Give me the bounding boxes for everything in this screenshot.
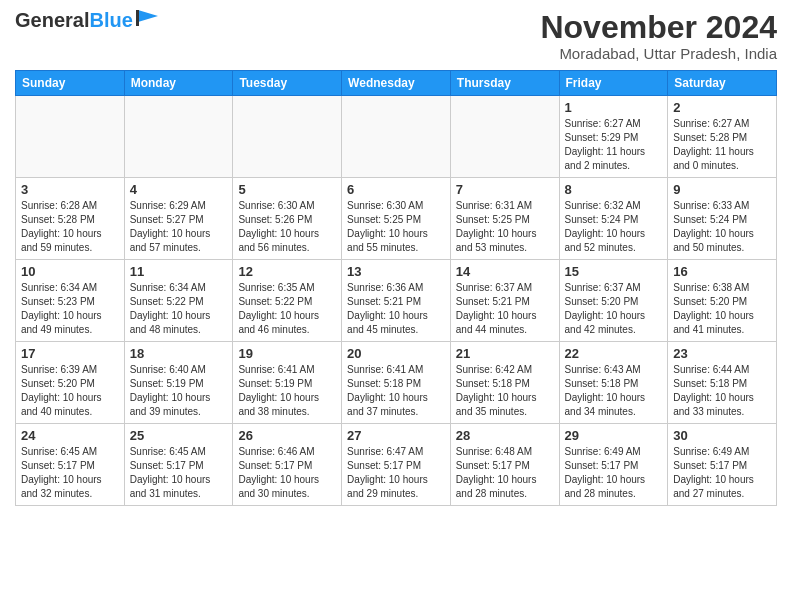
day-info: Sunrise: 6:42 AM Sunset: 5:18 PM Dayligh… <box>456 363 554 419</box>
table-row: 26Sunrise: 6:46 AM Sunset: 5:17 PM Dayli… <box>233 424 342 506</box>
col-sunday: Sunday <box>16 71 125 96</box>
day-info: Sunrise: 6:31 AM Sunset: 5:25 PM Dayligh… <box>456 199 554 255</box>
day-info: Sunrise: 6:39 AM Sunset: 5:20 PM Dayligh… <box>21 363 119 419</box>
table-row: 3Sunrise: 6:28 AM Sunset: 5:28 PM Daylig… <box>16 178 125 260</box>
day-number: 19 <box>238 346 336 361</box>
day-number: 22 <box>565 346 663 361</box>
day-number: 27 <box>347 428 445 443</box>
day-number: 17 <box>21 346 119 361</box>
table-row <box>342 96 451 178</box>
calendar-week-row: 3Sunrise: 6:28 AM Sunset: 5:28 PM Daylig… <box>16 178 777 260</box>
day-number: 26 <box>238 428 336 443</box>
day-info: Sunrise: 6:49 AM Sunset: 5:17 PM Dayligh… <box>565 445 663 501</box>
day-info: Sunrise: 6:27 AM Sunset: 5:28 PM Dayligh… <box>673 117 771 173</box>
day-number: 21 <box>456 346 554 361</box>
col-saturday: Saturday <box>668 71 777 96</box>
table-row: 25Sunrise: 6:45 AM Sunset: 5:17 PM Dayli… <box>124 424 233 506</box>
day-number: 3 <box>21 182 119 197</box>
calendar-week-row: 10Sunrise: 6:34 AM Sunset: 5:23 PM Dayli… <box>16 260 777 342</box>
day-info: Sunrise: 6:30 AM Sunset: 5:25 PM Dayligh… <box>347 199 445 255</box>
table-row: 5Sunrise: 6:30 AM Sunset: 5:26 PM Daylig… <box>233 178 342 260</box>
table-row: 28Sunrise: 6:48 AM Sunset: 5:17 PM Dayli… <box>450 424 559 506</box>
table-row: 10Sunrise: 6:34 AM Sunset: 5:23 PM Dayli… <box>16 260 125 342</box>
calendar-table: Sunday Monday Tuesday Wednesday Thursday… <box>15 70 777 506</box>
table-row: 6Sunrise: 6:30 AM Sunset: 5:25 PM Daylig… <box>342 178 451 260</box>
table-row: 9Sunrise: 6:33 AM Sunset: 5:24 PM Daylig… <box>668 178 777 260</box>
day-number: 24 <box>21 428 119 443</box>
day-info: Sunrise: 6:37 AM Sunset: 5:20 PM Dayligh… <box>565 281 663 337</box>
table-row: 18Sunrise: 6:40 AM Sunset: 5:19 PM Dayli… <box>124 342 233 424</box>
day-number: 15 <box>565 264 663 279</box>
day-info: Sunrise: 6:45 AM Sunset: 5:17 PM Dayligh… <box>21 445 119 501</box>
table-row: 16Sunrise: 6:38 AM Sunset: 5:20 PM Dayli… <box>668 260 777 342</box>
svg-rect-1 <box>136 10 139 26</box>
day-info: Sunrise: 6:37 AM Sunset: 5:21 PM Dayligh… <box>456 281 554 337</box>
table-row: 22Sunrise: 6:43 AM Sunset: 5:18 PM Dayli… <box>559 342 668 424</box>
table-row: 27Sunrise: 6:47 AM Sunset: 5:17 PM Dayli… <box>342 424 451 506</box>
table-row: 20Sunrise: 6:41 AM Sunset: 5:18 PM Dayli… <box>342 342 451 424</box>
day-number: 11 <box>130 264 228 279</box>
day-info: Sunrise: 6:46 AM Sunset: 5:17 PM Dayligh… <box>238 445 336 501</box>
day-info: Sunrise: 6:30 AM Sunset: 5:26 PM Dayligh… <box>238 199 336 255</box>
day-info: Sunrise: 6:28 AM Sunset: 5:28 PM Dayligh… <box>21 199 119 255</box>
day-info: Sunrise: 6:41 AM Sunset: 5:18 PM Dayligh… <box>347 363 445 419</box>
day-number: 18 <box>130 346 228 361</box>
day-info: Sunrise: 6:48 AM Sunset: 5:17 PM Dayligh… <box>456 445 554 501</box>
day-number: 13 <box>347 264 445 279</box>
day-number: 5 <box>238 182 336 197</box>
month-title: November 2024 <box>540 10 777 45</box>
day-number: 28 <box>456 428 554 443</box>
col-monday: Monday <box>124 71 233 96</box>
table-row: 8Sunrise: 6:32 AM Sunset: 5:24 PM Daylig… <box>559 178 668 260</box>
table-row <box>16 96 125 178</box>
table-row: 11Sunrise: 6:34 AM Sunset: 5:22 PM Dayli… <box>124 260 233 342</box>
day-number: 25 <box>130 428 228 443</box>
day-number: 14 <box>456 264 554 279</box>
page-header: GeneralBlue November 2024 Moradabad, Utt… <box>15 10 777 62</box>
day-number: 1 <box>565 100 663 115</box>
day-number: 12 <box>238 264 336 279</box>
table-row: 23Sunrise: 6:44 AM Sunset: 5:18 PM Dayli… <box>668 342 777 424</box>
table-row <box>233 96 342 178</box>
table-row: 13Sunrise: 6:36 AM Sunset: 5:21 PM Dayli… <box>342 260 451 342</box>
day-number: 7 <box>456 182 554 197</box>
day-info: Sunrise: 6:49 AM Sunset: 5:17 PM Dayligh… <box>673 445 771 501</box>
logo-text: GeneralBlue <box>15 10 133 30</box>
day-number: 6 <box>347 182 445 197</box>
page-container: GeneralBlue November 2024 Moradabad, Utt… <box>0 0 792 516</box>
day-info: Sunrise: 6:32 AM Sunset: 5:24 PM Dayligh… <box>565 199 663 255</box>
logo: GeneralBlue <box>15 10 158 30</box>
day-number: 29 <box>565 428 663 443</box>
table-row: 4Sunrise: 6:29 AM Sunset: 5:27 PM Daylig… <box>124 178 233 260</box>
day-info: Sunrise: 6:36 AM Sunset: 5:21 PM Dayligh… <box>347 281 445 337</box>
calendar-header-row: Sunday Monday Tuesday Wednesday Thursday… <box>16 71 777 96</box>
svg-marker-0 <box>138 10 158 22</box>
col-tuesday: Tuesday <box>233 71 342 96</box>
table-row <box>450 96 559 178</box>
day-info: Sunrise: 6:34 AM Sunset: 5:23 PM Dayligh… <box>21 281 119 337</box>
table-row: 19Sunrise: 6:41 AM Sunset: 5:19 PM Dayli… <box>233 342 342 424</box>
calendar-week-row: 24Sunrise: 6:45 AM Sunset: 5:17 PM Dayli… <box>16 424 777 506</box>
location-text: Moradabad, Uttar Pradesh, India <box>540 45 777 62</box>
calendar-week-row: 17Sunrise: 6:39 AM Sunset: 5:20 PM Dayli… <box>16 342 777 424</box>
day-info: Sunrise: 6:35 AM Sunset: 5:22 PM Dayligh… <box>238 281 336 337</box>
table-row: 29Sunrise: 6:49 AM Sunset: 5:17 PM Dayli… <box>559 424 668 506</box>
col-wednesday: Wednesday <box>342 71 451 96</box>
day-info: Sunrise: 6:34 AM Sunset: 5:22 PM Dayligh… <box>130 281 228 337</box>
logo-flag-icon <box>136 10 158 26</box>
calendar-week-row: 1Sunrise: 6:27 AM Sunset: 5:29 PM Daylig… <box>16 96 777 178</box>
title-block: November 2024 Moradabad, Uttar Pradesh, … <box>540 10 777 62</box>
table-row <box>124 96 233 178</box>
day-info: Sunrise: 6:29 AM Sunset: 5:27 PM Dayligh… <box>130 199 228 255</box>
day-info: Sunrise: 6:40 AM Sunset: 5:19 PM Dayligh… <box>130 363 228 419</box>
table-row: 17Sunrise: 6:39 AM Sunset: 5:20 PM Dayli… <box>16 342 125 424</box>
day-number: 23 <box>673 346 771 361</box>
day-number: 16 <box>673 264 771 279</box>
day-info: Sunrise: 6:44 AM Sunset: 5:18 PM Dayligh… <box>673 363 771 419</box>
day-number: 2 <box>673 100 771 115</box>
table-row: 30Sunrise: 6:49 AM Sunset: 5:17 PM Dayli… <box>668 424 777 506</box>
day-number: 4 <box>130 182 228 197</box>
col-thursday: Thursday <box>450 71 559 96</box>
day-info: Sunrise: 6:38 AM Sunset: 5:20 PM Dayligh… <box>673 281 771 337</box>
table-row: 21Sunrise: 6:42 AM Sunset: 5:18 PM Dayli… <box>450 342 559 424</box>
